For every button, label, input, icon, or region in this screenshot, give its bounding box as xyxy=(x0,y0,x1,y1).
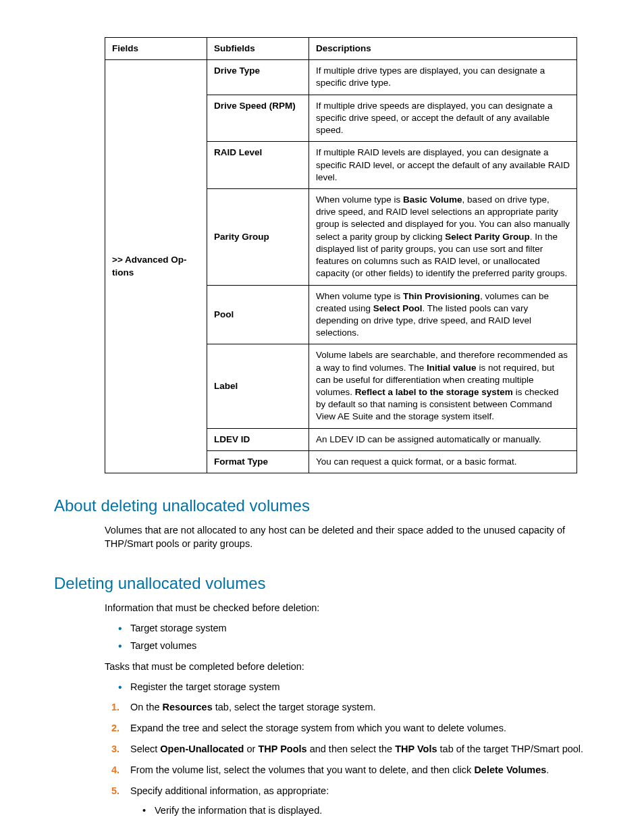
heading-about-deleting: About deleting unallocated volumes xyxy=(54,496,590,515)
bullet-list-tasks: Register the target storage system xyxy=(118,680,590,694)
desc-cell: Volume labels are searchable, and theref… xyxy=(309,344,577,428)
subfield-cell: RAID Level xyxy=(207,142,309,189)
table-row: >> Advanced Op­tions Drive Type If multi… xyxy=(105,60,577,95)
para-about-deleting: Volumes that are not allocated to any ho… xyxy=(105,523,590,551)
fields-cell: >> Advanced Op­tions xyxy=(105,60,207,473)
header-subfields: Subfields xyxy=(207,38,309,60)
desc-cell: You can request a quick format, or a bas… xyxy=(309,450,577,473)
desc-cell: If multiple RAID levels are displayed, y… xyxy=(309,142,577,189)
step-item: Specify additional information, as appro… xyxy=(105,784,590,817)
desc-cell: When volume type is Basic Volume, based … xyxy=(309,188,577,285)
subfield-cell: Drive Type xyxy=(207,60,309,95)
list-item: Target storage system xyxy=(118,621,590,635)
subfield-cell: Pool xyxy=(207,285,309,344)
subfield-cell: Parity Group xyxy=(207,188,309,285)
step-item: Expand the tree and select the storage s… xyxy=(105,721,590,735)
desc-cell: If multiple drive types are displayed, y… xyxy=(309,60,577,95)
bullet-list-checked: Target storage system Target volumes xyxy=(118,621,590,653)
sub-bullet-list: Verify the information that is displayed… xyxy=(142,804,590,817)
subfield-cell: Label xyxy=(207,344,309,428)
step-item: From the volume list, select the volumes… xyxy=(105,763,590,777)
header-fields: Fields xyxy=(105,38,207,60)
list-item: Verify the information that is displayed… xyxy=(142,804,590,817)
heading-deleting-unallocated: Deleting unallocated volumes xyxy=(54,574,590,593)
desc-cell: If multiple drive speeds are displayed, … xyxy=(309,95,577,142)
step-item: Select Open-Unallocated or THP Pools and… xyxy=(105,742,590,756)
subfield-cell: Drive Speed (RPM) xyxy=(207,95,309,142)
page-footer: User Guide 43 xyxy=(54,825,590,834)
para-info-checked: Information that must be checked before … xyxy=(105,601,590,615)
list-item: Register the target storage system xyxy=(118,680,590,694)
table-header-row: Fields Subfields Descriptions xyxy=(105,38,577,60)
header-descriptions: Descriptions xyxy=(309,38,577,60)
page: Fields Subfields Descriptions >> Advance… xyxy=(0,0,644,834)
subfield-cell: Format Type xyxy=(207,450,309,473)
list-item: Target volumes xyxy=(118,639,590,652)
desc-cell: An LDEV ID can be assigned automatically… xyxy=(309,428,577,450)
subfield-cell: LDEV ID xyxy=(207,428,309,450)
desc-cell: When volume type is Thin Provisioning, v… xyxy=(309,285,577,344)
fields-table: Fields Subfields Descriptions >> Advance… xyxy=(105,37,577,473)
numbered-steps: On the Resources tab, select the target … xyxy=(105,700,590,817)
para-tasks-completed: Tasks that must be completed before dele… xyxy=(105,660,590,673)
step-item: On the Resources tab, select the target … xyxy=(105,700,590,714)
